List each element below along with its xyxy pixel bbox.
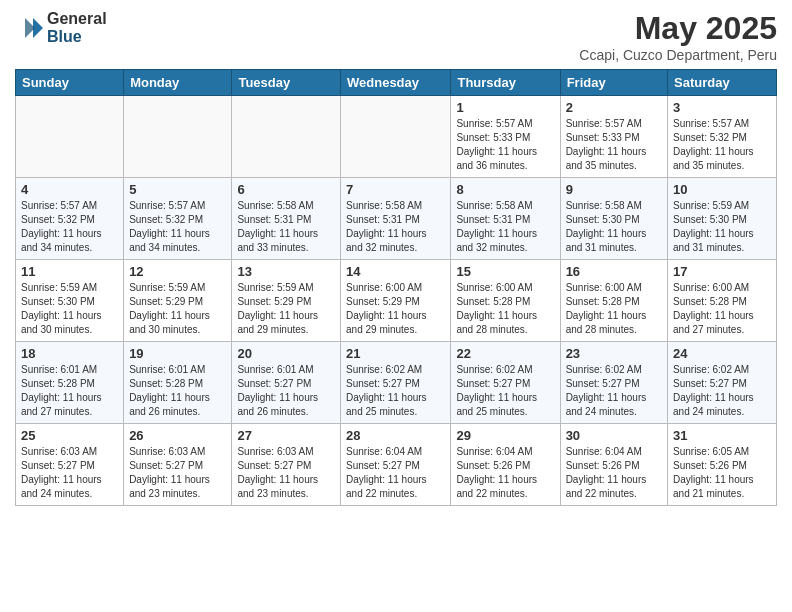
location: Ccapi, Cuzco Department, Peru — [579, 47, 777, 63]
day-info: Sunrise: 5:58 AM Sunset: 5:31 PM Dayligh… — [237, 199, 335, 255]
day-number: 27 — [237, 428, 335, 443]
day-number: 12 — [129, 264, 226, 279]
calendar-cell: 8Sunrise: 5:58 AM Sunset: 5:31 PM Daylig… — [451, 178, 560, 260]
logo-blue: Blue — [47, 28, 107, 46]
calendar-cell — [124, 96, 232, 178]
day-number: 29 — [456, 428, 554, 443]
weekday-header-sunday: Sunday — [16, 70, 124, 96]
calendar-cell: 7Sunrise: 5:58 AM Sunset: 5:31 PM Daylig… — [341, 178, 451, 260]
day-info: Sunrise: 6:00 AM Sunset: 5:29 PM Dayligh… — [346, 281, 445, 337]
day-number: 11 — [21, 264, 118, 279]
day-info: Sunrise: 5:59 AM Sunset: 5:29 PM Dayligh… — [237, 281, 335, 337]
day-info: Sunrise: 5:57 AM Sunset: 5:33 PM Dayligh… — [566, 117, 662, 173]
day-info: Sunrise: 6:04 AM Sunset: 5:26 PM Dayligh… — [456, 445, 554, 501]
day-info: Sunrise: 6:04 AM Sunset: 5:26 PM Dayligh… — [566, 445, 662, 501]
weekday-header-thursday: Thursday — [451, 70, 560, 96]
day-number: 18 — [21, 346, 118, 361]
calendar-cell: 28Sunrise: 6:04 AM Sunset: 5:27 PM Dayli… — [341, 424, 451, 506]
day-info: Sunrise: 5:58 AM Sunset: 5:31 PM Dayligh… — [456, 199, 554, 255]
calendar-cell: 24Sunrise: 6:02 AM Sunset: 5:27 PM Dayli… — [668, 342, 777, 424]
day-number: 22 — [456, 346, 554, 361]
calendar-cell: 27Sunrise: 6:03 AM Sunset: 5:27 PM Dayli… — [232, 424, 341, 506]
week-row-1: 1Sunrise: 5:57 AM Sunset: 5:33 PM Daylig… — [16, 96, 777, 178]
calendar-cell: 15Sunrise: 6:00 AM Sunset: 5:28 PM Dayli… — [451, 260, 560, 342]
day-info: Sunrise: 6:00 AM Sunset: 5:28 PM Dayligh… — [456, 281, 554, 337]
calendar-cell: 20Sunrise: 6:01 AM Sunset: 5:27 PM Dayli… — [232, 342, 341, 424]
day-info: Sunrise: 6:01 AM Sunset: 5:28 PM Dayligh… — [129, 363, 226, 419]
day-number: 7 — [346, 182, 445, 197]
calendar-cell: 16Sunrise: 6:00 AM Sunset: 5:28 PM Dayli… — [560, 260, 667, 342]
day-info: Sunrise: 6:03 AM Sunset: 5:27 PM Dayligh… — [129, 445, 226, 501]
title-block: May 2025 Ccapi, Cuzco Department, Peru — [579, 10, 777, 63]
calendar-cell: 12Sunrise: 5:59 AM Sunset: 5:29 PM Dayli… — [124, 260, 232, 342]
day-number: 4 — [21, 182, 118, 197]
calendar-cell: 30Sunrise: 6:04 AM Sunset: 5:26 PM Dayli… — [560, 424, 667, 506]
calendar-cell: 2Sunrise: 5:57 AM Sunset: 5:33 PM Daylig… — [560, 96, 667, 178]
weekday-header-tuesday: Tuesday — [232, 70, 341, 96]
calendar-cell: 4Sunrise: 5:57 AM Sunset: 5:32 PM Daylig… — [16, 178, 124, 260]
logo-text: General Blue — [47, 10, 107, 45]
day-info: Sunrise: 6:04 AM Sunset: 5:27 PM Dayligh… — [346, 445, 445, 501]
day-info: Sunrise: 5:59 AM Sunset: 5:30 PM Dayligh… — [673, 199, 771, 255]
calendar-cell: 19Sunrise: 6:01 AM Sunset: 5:28 PM Dayli… — [124, 342, 232, 424]
day-info: Sunrise: 5:59 AM Sunset: 5:29 PM Dayligh… — [129, 281, 226, 337]
calendar-cell: 31Sunrise: 6:05 AM Sunset: 5:26 PM Dayli… — [668, 424, 777, 506]
calendar-cell: 1Sunrise: 5:57 AM Sunset: 5:33 PM Daylig… — [451, 96, 560, 178]
day-number: 2 — [566, 100, 662, 115]
calendar-cell: 6Sunrise: 5:58 AM Sunset: 5:31 PM Daylig… — [232, 178, 341, 260]
calendar-cell — [16, 96, 124, 178]
page: General Blue May 2025 Ccapi, Cuzco Depar… — [0, 0, 792, 612]
calendar-cell: 17Sunrise: 6:00 AM Sunset: 5:28 PM Dayli… — [668, 260, 777, 342]
logo: General Blue — [15, 10, 107, 45]
day-number: 21 — [346, 346, 445, 361]
day-number: 20 — [237, 346, 335, 361]
logo-icon — [15, 14, 43, 42]
week-row-5: 25Sunrise: 6:03 AM Sunset: 5:27 PM Dayli… — [16, 424, 777, 506]
week-row-2: 4Sunrise: 5:57 AM Sunset: 5:32 PM Daylig… — [16, 178, 777, 260]
calendar-cell: 29Sunrise: 6:04 AM Sunset: 5:26 PM Dayli… — [451, 424, 560, 506]
day-number: 23 — [566, 346, 662, 361]
calendar-cell: 18Sunrise: 6:01 AM Sunset: 5:28 PM Dayli… — [16, 342, 124, 424]
day-number: 9 — [566, 182, 662, 197]
day-info: Sunrise: 6:01 AM Sunset: 5:28 PM Dayligh… — [21, 363, 118, 419]
day-number: 8 — [456, 182, 554, 197]
day-info: Sunrise: 5:59 AM Sunset: 5:30 PM Dayligh… — [21, 281, 118, 337]
day-info: Sunrise: 6:02 AM Sunset: 5:27 PM Dayligh… — [673, 363, 771, 419]
day-number: 25 — [21, 428, 118, 443]
weekday-header-friday: Friday — [560, 70, 667, 96]
day-info: Sunrise: 6:00 AM Sunset: 5:28 PM Dayligh… — [673, 281, 771, 337]
day-info: Sunrise: 5:57 AM Sunset: 5:32 PM Dayligh… — [21, 199, 118, 255]
day-info: Sunrise: 6:03 AM Sunset: 5:27 PM Dayligh… — [237, 445, 335, 501]
calendar-cell: 22Sunrise: 6:02 AM Sunset: 5:27 PM Dayli… — [451, 342, 560, 424]
day-number: 26 — [129, 428, 226, 443]
week-row-3: 11Sunrise: 5:59 AM Sunset: 5:30 PM Dayli… — [16, 260, 777, 342]
day-number: 17 — [673, 264, 771, 279]
weekday-header-row: SundayMondayTuesdayWednesdayThursdayFrid… — [16, 70, 777, 96]
calendar-cell: 10Sunrise: 5:59 AM Sunset: 5:30 PM Dayli… — [668, 178, 777, 260]
day-number: 13 — [237, 264, 335, 279]
calendar: SundayMondayTuesdayWednesdayThursdayFrid… — [15, 69, 777, 506]
month-title: May 2025 — [579, 10, 777, 47]
logo-general: General — [47, 10, 107, 28]
day-info: Sunrise: 6:05 AM Sunset: 5:26 PM Dayligh… — [673, 445, 771, 501]
day-info: Sunrise: 5:57 AM Sunset: 5:33 PM Dayligh… — [456, 117, 554, 173]
day-number: 5 — [129, 182, 226, 197]
day-info: Sunrise: 5:57 AM Sunset: 5:32 PM Dayligh… — [129, 199, 226, 255]
calendar-cell: 21Sunrise: 6:02 AM Sunset: 5:27 PM Dayli… — [341, 342, 451, 424]
calendar-cell: 23Sunrise: 6:02 AM Sunset: 5:27 PM Dayli… — [560, 342, 667, 424]
day-info: Sunrise: 6:00 AM Sunset: 5:28 PM Dayligh… — [566, 281, 662, 337]
header: General Blue May 2025 Ccapi, Cuzco Depar… — [15, 10, 777, 63]
day-info: Sunrise: 5:58 AM Sunset: 5:31 PM Dayligh… — [346, 199, 445, 255]
calendar-cell — [341, 96, 451, 178]
day-number: 28 — [346, 428, 445, 443]
day-number: 30 — [566, 428, 662, 443]
day-info: Sunrise: 6:02 AM Sunset: 5:27 PM Dayligh… — [346, 363, 445, 419]
week-row-4: 18Sunrise: 6:01 AM Sunset: 5:28 PM Dayli… — [16, 342, 777, 424]
day-number: 6 — [237, 182, 335, 197]
weekday-header-monday: Monday — [124, 70, 232, 96]
day-number: 31 — [673, 428, 771, 443]
day-info: Sunrise: 6:02 AM Sunset: 5:27 PM Dayligh… — [566, 363, 662, 419]
weekday-header-wednesday: Wednesday — [341, 70, 451, 96]
day-info: Sunrise: 6:03 AM Sunset: 5:27 PM Dayligh… — [21, 445, 118, 501]
calendar-cell: 11Sunrise: 5:59 AM Sunset: 5:30 PM Dayli… — [16, 260, 124, 342]
